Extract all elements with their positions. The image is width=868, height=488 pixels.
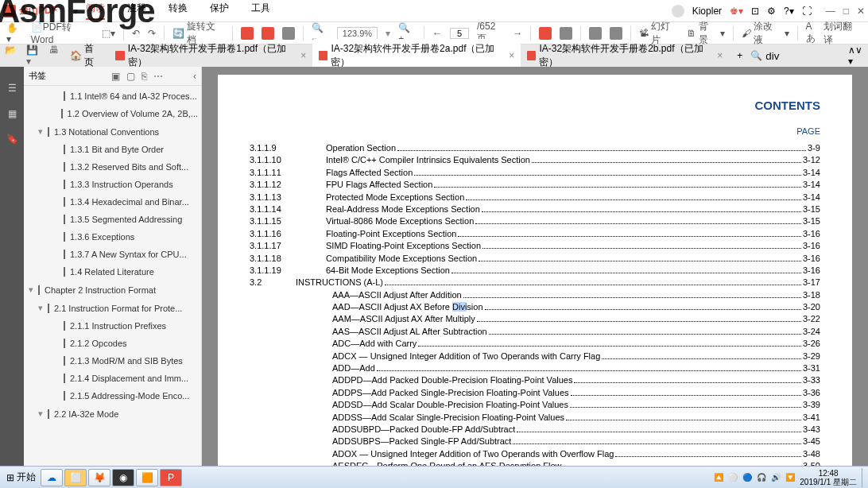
attach-icon[interactable]: 🔖 xyxy=(6,134,18,145)
app-icon xyxy=(3,5,16,17)
undo-button[interactable]: ↶ xyxy=(132,28,140,39)
close-icon[interactable]: × xyxy=(717,50,723,61)
tray-icon[interactable]: 🔽 xyxy=(785,473,795,482)
outline-icon[interactable]: ☰ xyxy=(8,83,17,94)
next-page-button[interactable]: → xyxy=(513,28,522,39)
tray-icon[interactable]: 🔵 xyxy=(742,473,752,482)
outline-item[interactable]: 2.1.4 Displacement and Imm... xyxy=(24,370,201,387)
toc-line: ADDPD—Add Packed Double-Precision Floati… xyxy=(250,374,820,386)
home-tab[interactable]: 🏠 首页 xyxy=(70,42,102,69)
dropdown-icon[interactable]: ▾ xyxy=(73,6,78,17)
outline-item[interactable]: 1.1 Intel® 64 and IA-32 Proces... xyxy=(24,87,201,105)
taskbar-firefox[interactable]: 🦊 xyxy=(88,469,110,486)
outline-item[interactable]: 2.1.5 Addressing-Mode Enco... xyxy=(24,387,201,405)
maximize-button[interactable]: □ xyxy=(843,6,849,17)
tray-icon[interactable]: 🔼 xyxy=(714,473,723,482)
save-icon[interactable]: 💾▾ xyxy=(26,45,40,67)
view-fit-icon[interactable] xyxy=(262,27,274,40)
outline-item[interactable]: 1.4 Related Literature xyxy=(24,263,201,281)
tray-icon[interactable]: ⚪ xyxy=(728,473,738,482)
document-view[interactable]: CONTENTS PAGE 3.1.1.9Operation Section3-… xyxy=(202,67,868,466)
sidebar: 书签 ▣ ▢ ⎘ ⋯ ‹ 1.1 Intel® 64 and IA-32 Pro… xyxy=(24,67,202,466)
outline-item[interactable]: 1.3.7 A New Syntax for CPU... xyxy=(24,246,201,263)
fullscreen-icon[interactable]: ⛶ xyxy=(802,6,812,17)
tray-icon[interactable]: 🎧 xyxy=(757,473,766,482)
tray-volume-icon[interactable]: 🔊 xyxy=(771,473,781,482)
translate-button[interactable]: Aあ 划词翻译 xyxy=(806,20,862,47)
view-single-icon[interactable] xyxy=(241,27,254,40)
outline-item[interactable]: 1.2 Overview of Volume 2A, 2B,... xyxy=(24,105,201,122)
left-rail: ☰ ▦ 🔖 xyxy=(0,67,24,466)
close-icon[interactable]: × xyxy=(509,50,514,61)
menu-read[interactable]: 阅读 xyxy=(86,2,105,20)
outline-item[interactable]: 1.3.4 Hexadecimal and Binar... xyxy=(24,193,201,211)
outline-item[interactable]: 2.1.1 Instruction Prefixes xyxy=(24,317,201,335)
help-icon[interactable]: ?▾ xyxy=(784,6,794,17)
taskbar-obs[interactable]: ◉ xyxy=(112,469,134,486)
correction-button[interactable]: 🖌 涂改液 ▾ xyxy=(742,20,789,47)
toc-line: 3.1.1.15Virtual-8086 Mode Exceptions Sec… xyxy=(250,215,820,227)
taskbar-app-2[interactable]: ⬜ xyxy=(64,469,87,486)
toc-line: AESDEC—Perform One Round of an AES Decry… xyxy=(250,460,820,466)
outline-item[interactable]: 1.3.3 Instruction Operands xyxy=(24,176,201,193)
bookmark-nav-icon[interactable]: ⎘ xyxy=(141,71,147,82)
toc-line: ADDSUBPD—Packed Double-FP Add/Subtract3-… xyxy=(250,424,820,436)
user-name[interactable]: Kiopler xyxy=(692,6,722,17)
scan-icon[interactable]: ⊡ xyxy=(751,6,759,17)
menu-annotate[interactable]: 注释 xyxy=(127,2,146,20)
outline-item[interactable]: 2.1.2 Opcodes xyxy=(24,335,201,352)
bookmark-del-icon[interactable]: ▢ xyxy=(126,71,135,82)
toc-line: 3.1.1.1964-Bit Mode Exceptions Section3-… xyxy=(250,265,820,277)
settings-icon[interactable]: ⚙ xyxy=(767,6,776,17)
layout-two-icon[interactable] xyxy=(589,27,602,40)
thumbs-icon[interactable]: ▦ xyxy=(8,108,17,119)
menu-protect[interactable]: 保护 xyxy=(210,2,229,20)
user-avatar[interactable] xyxy=(672,5,684,17)
bookmark-add-icon[interactable]: ▣ xyxy=(111,71,120,82)
layout-two-cont-icon[interactable] xyxy=(610,27,622,40)
new-tab-button[interactable]: + xyxy=(737,50,742,61)
outline-item[interactable]: ▾2.2 IA-32e Mode xyxy=(24,405,201,423)
outline-item[interactable]: 1.3.2 Reserved Bits and Soft... xyxy=(24,158,201,176)
tabbar: 📂 💾▾ 🖶 🏠 首页 IA-32架构软件开发手册卷1.pdf（已加密）× IA… xyxy=(0,45,868,67)
open-icon[interactable]: 📂 xyxy=(5,45,17,67)
toc-line: ADDSS—Add Scalar Single-Precision Floati… xyxy=(250,412,820,424)
app-name: 金山PDF xyxy=(19,4,57,17)
close-icon[interactable]: × xyxy=(300,50,306,61)
vip-icon[interactable]: ♚▾ xyxy=(730,6,743,17)
close-button[interactable]: ✕ xyxy=(857,6,865,17)
toc-line: 3.1.1.17SIMD Floating-Point Exceptions S… xyxy=(250,240,820,252)
redo-button[interactable]: ↷ xyxy=(148,28,156,39)
outline-item[interactable]: 1.3.6 Exceptions xyxy=(24,228,201,246)
start-button[interactable]: ⊞ 开始 xyxy=(2,469,41,486)
outline-item[interactable]: 1.3.5 Segmented Addressing xyxy=(24,211,201,228)
page-input[interactable] xyxy=(450,28,469,39)
bookmark-opts-icon[interactable]: ⋯ xyxy=(153,71,163,82)
search-menu-icon[interactable]: ∧∨ ▾ xyxy=(848,45,863,67)
select-tool[interactable]: ⬚▾ xyxy=(102,28,115,39)
taskbar-app-1[interactable]: ☁ xyxy=(41,469,63,486)
outline-item[interactable]: ▾Chapter 2 Instruction Format xyxy=(24,281,201,299)
taskbar-app-5[interactable]: 🟧 xyxy=(136,469,158,486)
prev-page-button[interactable]: ← xyxy=(432,28,442,39)
show-desktop[interactable] xyxy=(862,468,866,487)
toc-line: ADD—Add3-31 xyxy=(250,362,820,374)
toc-line: 3.1.1.9Operation Section3-9 xyxy=(250,142,820,154)
view-wide-icon[interactable] xyxy=(282,27,295,40)
menu-convert[interactable]: 转换 xyxy=(169,2,188,20)
menu-tools[interactable]: 工具 xyxy=(251,2,270,20)
minimize-button[interactable]: — xyxy=(826,6,835,17)
layout-single-icon[interactable] xyxy=(539,27,552,40)
hand-tool[interactable]: ✋▾ xyxy=(6,22,23,45)
sidebar-collapse-icon[interactable]: ‹ xyxy=(193,71,196,82)
outline-item[interactable]: 2.1.3 ModR/M and SIB Bytes xyxy=(24,352,201,370)
clock[interactable]: 12:48 2019/1/1 星期二 xyxy=(800,469,857,486)
outline-item[interactable]: ▾1.3 Notational Conventions xyxy=(24,122,201,141)
taskbar-wps[interactable]: P xyxy=(160,469,182,486)
search-input[interactable] xyxy=(765,50,845,62)
outline-item[interactable]: 1.3.1 Bit and Byte Order xyxy=(24,141,201,158)
outline-item[interactable]: ▾2.1 Instruction Format for Prote... xyxy=(24,299,201,317)
zoom-value[interactable]: 123.9% xyxy=(337,27,378,40)
print-icon[interactable]: 🖶 xyxy=(49,45,59,67)
layout-cont-icon[interactable] xyxy=(560,27,572,40)
